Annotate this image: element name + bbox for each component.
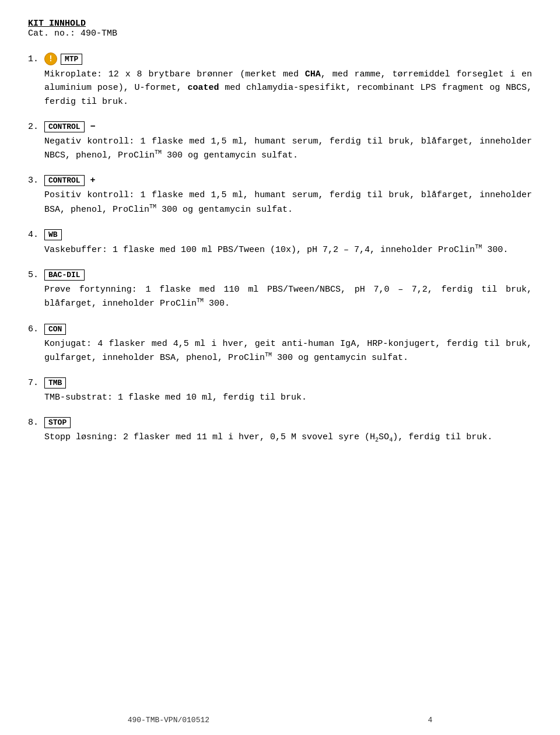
section-1-mtp: 1. ! MTP Mikroplate: 12 x 8 brytbare brø… (28, 52, 532, 108)
section-7-tmb: 7. TMB TMB-substrat: 1 flaske med 10 ml,… (28, 377, 532, 404)
header: KIT INNHOLD Cat. no.: 490-TMB (28, 19, 532, 38)
badge-con: CON (44, 324, 66, 335)
section-8-number: 8. (28, 418, 40, 428)
section-7-number: 7. (28, 378, 40, 388)
bold-cha: CHA (305, 69, 321, 79)
page: KIT INNHOLD Cat. no.: 490-TMB 1. ! MTP M… (0, 0, 560, 735)
badge-control-neg: CONTROL (44, 121, 85, 132)
section-4-wb: 4. WB Vaskebuffer: 1 flaske med 100 ml P… (28, 229, 532, 257)
section-4-body: Vaskebuffer: 1 flaske med 100 ml PBS/Twe… (28, 243, 532, 257)
header-catno: Cat. no.: 490-TMB (28, 29, 532, 38)
badge-control-pos: CONTROL (44, 175, 85, 186)
section-2-number: 2. (28, 122, 40, 132)
section-8-body: Stopp løsning: 2 flasker med 11 ml i hve… (28, 430, 532, 445)
badge-stop: STOP (44, 417, 71, 428)
footer-page: 4 (428, 716, 433, 724)
neg-sign: − (90, 122, 96, 132)
footer: 490-TMB-VPN/010512 4 (0, 716, 560, 724)
section-3-control-pos: 3. CONTROL + Positiv kontroll: 1 flaske … (28, 175, 532, 216)
section-1-body: Mikroplate: 12 x 8 brytbare brønner (mer… (28, 68, 532, 108)
section-6-number: 6. (28, 324, 40, 334)
section-2-body: Negativ kontroll: 1 flaske med 1,5 ml, h… (28, 135, 532, 163)
bold-coated: coated (187, 83, 219, 93)
pos-sign: + (90, 176, 96, 186)
section-3-body: Positiv kontroll: 1 flaske med 1,5 ml, h… (28, 188, 532, 216)
badge-bacdil: BAC-DIL (44, 270, 85, 281)
section-5-body: Prøve fortynning: 1 flaske med 110 ml PB… (28, 283, 532, 311)
section-1-number: 1. (28, 54, 40, 64)
section-6-con: 6. CON Konjugat: 4 flasker med 4,5 ml i … (28, 324, 532, 365)
catno-label: Cat. no.: (28, 29, 75, 38)
badge-wb: WB (44, 229, 62, 240)
catno-value: 490-TMB (80, 29, 117, 38)
section-2-control-neg: 2. CONTROL − Negativ kontroll: 1 flaske … (28, 121, 532, 163)
section-7-body: TMB-substrat: 1 flaske med 10 ml, ferdig… (28, 391, 532, 404)
section-5-number: 5. (28, 270, 40, 280)
section-3-number: 3. (28, 176, 40, 186)
section-4-number: 4. (28, 230, 40, 240)
section-5-bacdil: 5. BAC-DIL Prøve fortynning: 1 flaske me… (28, 270, 532, 311)
footer-doc-id: 490-TMB-VPN/010512 (128, 716, 209, 724)
section-8-stop: 8. STOP Stopp løsning: 2 flasker med 11 … (28, 417, 532, 445)
warning-icon: ! (44, 52, 57, 65)
header-title: KIT INNHOLD (28, 19, 532, 29)
badge-tmb: TMB (44, 377, 66, 388)
section-6-body: Konjugat: 4 flasker med 4,5 ml i hver, g… (28, 337, 532, 365)
badge-mtp: MTP (61, 54, 82, 65)
